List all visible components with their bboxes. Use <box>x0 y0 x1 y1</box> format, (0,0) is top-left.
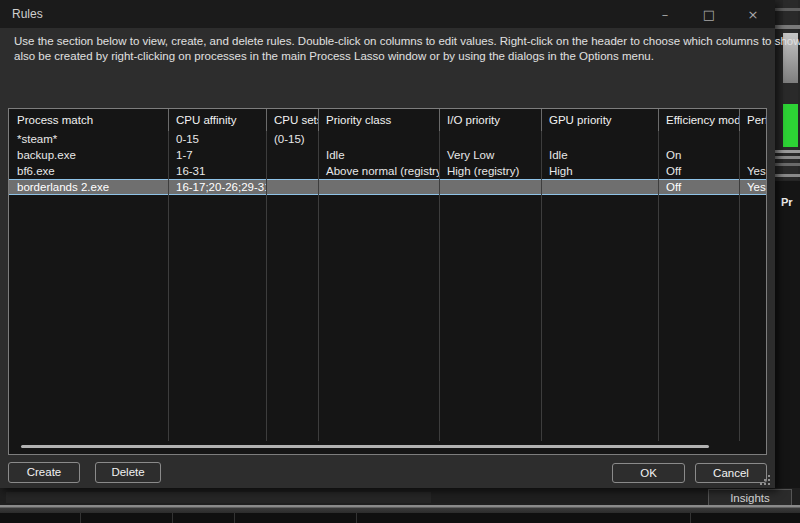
column-header-cpu-affinity[interactable]: CPU affinity <box>168 109 266 131</box>
cell-priority-class: Above normal (registry) <box>318 163 439 179</box>
create-button[interactable]: Create <box>8 462 80 483</box>
cell-cpu-sets <box>266 147 318 163</box>
cell-io-priority: Very Low <box>439 147 541 163</box>
cell-gpu-priority: Idle <box>541 147 658 163</box>
cell-cpu-affinity: 16-31 <box>168 163 266 179</box>
table-row[interactable]: *steam*0-15(0-15) <box>9 131 766 147</box>
background-panel <box>775 181 800 523</box>
description-line-2: also be created by right-clicking on pro… <box>14 49 800 64</box>
delete-button[interactable]: Delete <box>95 462 161 483</box>
background-window-right-strip: Pr <box>775 0 800 523</box>
column-header-performance-mode[interactable]: Perfor <box>739 109 767 131</box>
insights-tab-label: Insights <box>730 492 770 504</box>
cell-process-match: *steam* <box>9 131 168 147</box>
cell-performance-mode: Yes <box>739 179 767 195</box>
cell-priority-class <box>318 131 439 147</box>
close-icon[interactable]: × <box>731 0 775 28</box>
cpu-graph-bar <box>783 104 798 147</box>
cell-efficiency-mode: Off <box>658 163 739 179</box>
background-window-bottom-strip: Insights <box>0 488 800 523</box>
cell-process-match: borderlands 2.exe <box>9 179 168 195</box>
cell-gpu-priority: High <box>541 163 658 179</box>
column-header-cpu-sets[interactable]: CPU sets <box>266 109 318 131</box>
cell-cpu-sets: (0-15) <box>266 131 318 147</box>
dialog-title: Rules <box>0 7 643 21</box>
background-partial-label: Pr <box>781 196 793 208</box>
cell-cpu-sets <box>266 179 318 195</box>
background-status-area <box>6 492 431 503</box>
maximize-icon[interactable]: □ <box>687 0 731 28</box>
background-column-divider <box>690 513 691 523</box>
background-table-row <box>0 513 800 523</box>
cell-io-priority <box>439 131 541 147</box>
cell-cpu-affinity: 16-17;20-26;29-31 <box>168 179 266 195</box>
background-divider <box>775 156 800 159</box>
minimize-icon[interactable]: – <box>643 0 687 28</box>
background-divider <box>775 150 800 153</box>
column-header-gpu-priority[interactable]: GPU priority <box>541 109 658 131</box>
cell-cpu-affinity: 1-7 <box>168 147 266 163</box>
cell-performance-mode <box>739 131 767 147</box>
cell-process-match: backup.exe <box>9 147 168 163</box>
background-column-divider <box>172 513 173 523</box>
background-divider <box>775 163 800 166</box>
ok-button[interactable]: OK <box>612 463 685 483</box>
cell-efficiency-mode <box>658 131 739 147</box>
cell-gpu-priority <box>541 131 658 147</box>
screen: Pr Insights Rules – □ × Use the section … <box>0 0 800 523</box>
table-rows: *steam*0-15(0-15)backup.exe1-7IdleVery L… <box>9 131 766 195</box>
column-header-process-match[interactable]: Process match <box>9 109 168 131</box>
dialog-titlebar[interactable]: Rules – □ × <box>0 0 775 28</box>
background-splitter-bar[interactable] <box>0 505 800 513</box>
column-header-efficiency-mode[interactable]: Efficiency mode <box>658 109 739 131</box>
background-column-divider <box>356 513 357 523</box>
cell-efficiency-mode: On <box>658 147 739 163</box>
table-header: Process matchCPU affinityCPU setsPriorit… <box>9 109 766 131</box>
cell-priority-class: Idle <box>318 147 439 163</box>
cell-priority-class <box>318 179 439 195</box>
cell-cpu-affinity: 0-15 <box>168 131 266 147</box>
background-divider <box>775 25 800 29</box>
cell-gpu-priority <box>541 179 658 195</box>
background-column-divider <box>80 513 81 523</box>
cancel-button[interactable]: Cancel <box>695 463 767 483</box>
background-divider <box>775 8 800 11</box>
cell-io-priority: High (registry) <box>439 163 541 179</box>
background-column-divider <box>234 513 235 523</box>
insights-tab[interactable]: Insights <box>708 489 792 506</box>
cell-performance-mode <box>739 147 767 163</box>
horizontal-scrollbar-thumb[interactable] <box>21 445 709 448</box>
table-row[interactable]: backup.exe1-7IdleVery LowIdleOn <box>9 147 766 163</box>
cell-performance-mode: Yes <box>739 163 767 179</box>
description-text: Use the section below to view, create, a… <box>14 34 800 64</box>
background-divider <box>775 174 800 177</box>
description-line-1: Use the section below to view, create, a… <box>14 34 800 49</box>
cell-efficiency-mode: Off <box>658 179 739 195</box>
table-row[interactable]: borderlands 2.exe16-17;20-26;29-31OffYes <box>9 179 766 195</box>
cell-cpu-sets <box>266 163 318 179</box>
table-row[interactable]: bf6.exe16-31Above normal (registry)High … <box>9 163 766 179</box>
column-header-io-priority[interactable]: I/O priority <box>439 109 541 131</box>
cell-process-match: bf6.exe <box>9 163 168 179</box>
resize-grip[interactable] <box>760 474 772 486</box>
cell-io-priority <box>439 179 541 195</box>
rules-dialog: Rules – □ × Use the section below to vie… <box>0 0 775 488</box>
rules-table: Process matchCPU affinityCPU setsPriorit… <box>8 108 767 455</box>
column-header-priority-class[interactable]: Priority class <box>318 109 439 131</box>
